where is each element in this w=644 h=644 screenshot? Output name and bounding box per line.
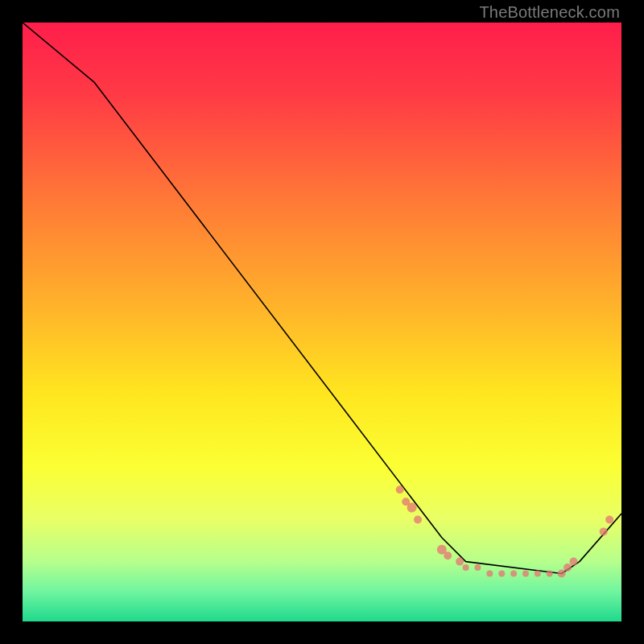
plot-area (23, 23, 621, 621)
data-marker (510, 571, 517, 577)
data-marker (456, 558, 464, 566)
data-marker (570, 558, 578, 566)
bottleneck-line (23, 23, 621, 574)
chart-frame: TheBottleneck.com (0, 0, 644, 644)
data-marker (486, 571, 493, 577)
data-marker (396, 485, 404, 493)
data-marker (474, 564, 481, 571)
marker-group (396, 485, 613, 577)
data-marker (564, 564, 572, 572)
data-marker (463, 564, 469, 571)
data-marker (558, 570, 566, 578)
data-marker (414, 516, 422, 524)
data-marker (444, 551, 452, 559)
data-marker (522, 571, 529, 577)
chart-svg (23, 23, 621, 621)
watermark-text: TheBottleneck.com (479, 3, 620, 22)
data-marker (547, 571, 553, 577)
data-marker (600, 527, 608, 535)
data-marker (407, 503, 417, 513)
data-marker (605, 516, 613, 524)
data-marker (535, 571, 541, 577)
data-marker (498, 571, 505, 577)
